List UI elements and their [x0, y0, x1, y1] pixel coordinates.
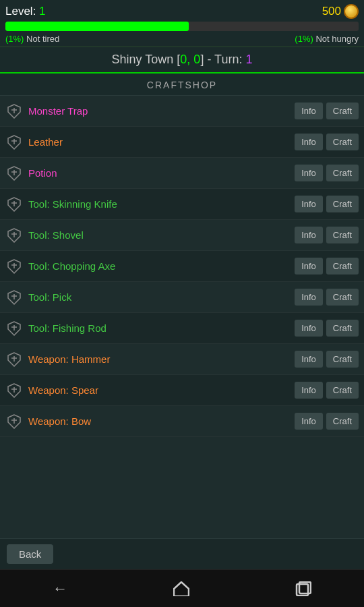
craft-item-name-7: Tool: Pick [28, 291, 291, 303]
craft-button-6[interactable]: Craft [326, 258, 359, 274]
craft-item-4: Tool: Skinning KnifeInfoCraft [0, 189, 364, 220]
xp-bar [5, 22, 359, 31]
craft-item-icon-1 [5, 103, 23, 120]
shield-icon [7, 228, 22, 243]
shield-icon [7, 259, 22, 274]
gold-icon [344, 4, 359, 19]
craft-item-icon-8 [5, 320, 23, 337]
shield-icon [7, 290, 22, 305]
shield-icon [7, 414, 22, 429]
craft-item-name-5: Tool: Shovel [28, 229, 291, 241]
craft-button-7[interactable]: Craft [326, 289, 359, 306]
level-label: Level: [5, 5, 39, 18]
craft-item-1: Monster TrapInfoCraft [0, 96, 364, 127]
shield-icon [7, 166, 22, 181]
craft-item-name-6: Tool: Chopping Axe [28, 260, 291, 272]
craft-item-5: Tool: ShovelInfoCraft [0, 220, 364, 251]
nav-recent-icon [295, 581, 311, 596]
craft-item-7: Tool: PickInfoCraft [0, 282, 364, 313]
tired-label: Not tired [26, 34, 59, 44]
craft-item-11: Weapon: BowInfoCraft [0, 406, 364, 437]
craft-item-2: LeatherInfoCraft [0, 127, 364, 158]
turn-number: 1 [245, 53, 252, 66]
hungry-status: (1%) Not hungry [295, 34, 359, 44]
craft-item-name-10: Weapon: Spear [28, 384, 291, 396]
shield-icon [7, 135, 22, 150]
location-name: Shiny Town [112, 53, 174, 66]
craft-item-name-1: Monster Trap [28, 105, 291, 117]
info-button-8[interactable]: Info [295, 320, 323, 337]
info-button-1[interactable]: Info [295, 103, 323, 119]
nav-recent-button[interactable] [295, 581, 311, 596]
nav-back-icon: ← [53, 580, 67, 598]
hungry-label: Not hungry [315, 34, 359, 44]
shield-icon [7, 197, 22, 212]
location-text: Shiny Town [0, 0] - Turn: 1 [112, 53, 253, 66]
nav-home-button[interactable] [173, 581, 189, 596]
shield-icon [7, 383, 22, 398]
shield-icon [7, 321, 22, 336]
craft-item-icon-3 [5, 165, 23, 182]
level-value: 1 [39, 5, 45, 18]
craft-list: Monster TrapInfoCraft LeatherInfoCraft P… [0, 96, 364, 538]
craft-button-5[interactable]: Craft [326, 227, 359, 243]
level-display: Level: 1 [5, 5, 46, 18]
info-button-9[interactable]: Info [295, 351, 323, 368]
shield-icon [7, 352, 22, 367]
craft-item-name-2: Leather [28, 136, 291, 148]
craft-item-name-11: Weapon: Bow [28, 415, 291, 427]
craft-item-icon-11 [5, 413, 23, 430]
craft-button-10[interactable]: Craft [326, 382, 359, 399]
tired-status: (1%) Not tired [5, 34, 59, 44]
turn-label: - Turn: [207, 53, 245, 66]
nav-bar: ← [0, 569, 364, 607]
top-bar: Level: 1 500 (1%) Not tired (1%) Not hun… [0, 0, 364, 47]
nav-back-button[interactable]: ← [53, 580, 67, 598]
loc-coords: 0, 0 [180, 53, 200, 66]
shield-icon [7, 104, 22, 119]
craft-item-icon-9 [5, 351, 23, 368]
craft-button-2[interactable]: Craft [326, 134, 359, 150]
info-button-4[interactable]: Info [295, 196, 323, 212]
info-button-10[interactable]: Info [295, 382, 323, 399]
back-bar: Back [0, 538, 364, 569]
craft-item-icon-7 [5, 289, 23, 306]
craft-item-icon-6 [5, 258, 23, 275]
craft-button-9[interactable]: Craft [326, 351, 359, 368]
gold-area: 500 [322, 4, 359, 19]
nav-home-icon [173, 581, 189, 596]
info-button-7[interactable]: Info [295, 289, 323, 306]
level-row: Level: 1 500 [5, 4, 359, 19]
craft-button-8[interactable]: Craft [326, 320, 359, 337]
tired-pct: (1%) [5, 34, 24, 44]
info-button-6[interactable]: Info [295, 258, 323, 274]
craft-button-4[interactable]: Craft [326, 196, 359, 212]
hungry-pct: (1%) [295, 34, 313, 44]
craft-item-name-9: Weapon: Hammer [28, 353, 291, 365]
info-button-5[interactable]: Info [295, 227, 323, 243]
craftshop-header: CRAFTSHOP [0, 74, 364, 96]
craft-item-10: Weapon: SpearInfoCraft [0, 375, 364, 406]
info-button-2[interactable]: Info [295, 134, 323, 150]
info-button-3[interactable]: Info [295, 165, 323, 181]
info-button-11[interactable]: Info [295, 413, 323, 430]
craft-item-6: Tool: Chopping AxeInfoCraft [0, 251, 364, 282]
craft-item-name-8: Tool: Fishing Rod [28, 322, 291, 334]
location-bar: Shiny Town [0, 0] - Turn: 1 [0, 47, 364, 74]
craft-button-3[interactable]: Craft [326, 165, 359, 181]
craft-item-name-3: Potion [28, 167, 291, 179]
gold-amount: 500 [322, 5, 341, 18]
craft-item-icon-4 [5, 196, 23, 213]
craftshop-title: CRAFTSHOP [147, 80, 217, 90]
loc-bracket-close: ] [200, 53, 204, 66]
craft-item-icon-5 [5, 227, 23, 244]
craft-button-1[interactable]: Craft [326, 103, 359, 119]
craft-item-3: PotionInfoCraft [0, 158, 364, 189]
craft-item-8: Tool: Fishing RodInfoCraft [0, 313, 364, 344]
svg-marker-33 [174, 582, 189, 596]
xp-bar-fill [5, 22, 189, 31]
back-button[interactable]: Back [7, 544, 53, 564]
craft-item-icon-2 [5, 134, 23, 151]
craft-button-11[interactable]: Craft [326, 413, 359, 430]
craft-item-icon-10 [5, 382, 23, 399]
